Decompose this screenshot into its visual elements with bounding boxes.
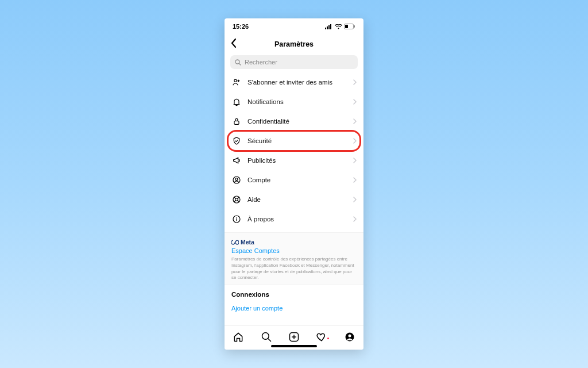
chevron-right-icon xyxy=(353,155,357,166)
row-label: Compte xyxy=(247,177,353,183)
meta-logo: Meta xyxy=(231,239,357,246)
search-icon xyxy=(235,59,241,66)
svg-rect-3 xyxy=(330,24,331,29)
chevron-right-icon xyxy=(353,97,357,107)
nav-bar: Paramètres xyxy=(225,34,363,54)
meta-infinity-icon xyxy=(231,240,239,245)
row-label: Confidentialité xyxy=(247,118,353,125)
back-button[interactable] xyxy=(230,38,237,51)
svg-line-19 xyxy=(268,338,270,341)
user-plus-icon xyxy=(231,78,242,87)
profile-avatar-icon xyxy=(344,331,355,343)
row-label: À propos xyxy=(247,216,353,223)
row-label: Aide xyxy=(247,196,353,203)
row-about[interactable]: À propos xyxy=(225,209,363,229)
tab-search[interactable] xyxy=(261,331,272,345)
meta-brand-text: Meta xyxy=(241,239,254,246)
connexions-header: Connexions xyxy=(231,291,357,298)
settings-list: S'abonner et inviter des amis Notificati… xyxy=(225,72,363,325)
info-icon xyxy=(231,214,242,224)
user-circle-icon xyxy=(231,175,242,185)
bell-icon xyxy=(231,97,242,106)
row-label: Notifications xyxy=(247,98,353,105)
svg-point-24 xyxy=(348,334,351,337)
svg-rect-1 xyxy=(327,26,328,29)
chevron-right-icon xyxy=(353,194,357,205)
lock-icon xyxy=(231,117,242,126)
search-field[interactable]: Rechercher xyxy=(230,55,358,69)
svg-rect-0 xyxy=(325,28,326,29)
status-time: 15:26 xyxy=(233,23,249,30)
tab-home[interactable] xyxy=(233,331,244,345)
svg-rect-5 xyxy=(345,25,348,28)
chevron-right-icon xyxy=(353,136,357,146)
megaphone-icon xyxy=(231,156,242,165)
svg-point-9 xyxy=(234,79,237,82)
row-account[interactable]: Compte xyxy=(225,170,363,190)
chevron-right-icon xyxy=(353,175,357,185)
page-title: Paramètres xyxy=(274,40,314,48)
bottom-tab-bar xyxy=(225,325,363,350)
heart-icon xyxy=(316,331,327,343)
status-bar: 15:26 xyxy=(225,18,363,34)
tab-new-post[interactable] xyxy=(288,331,300,345)
tab-profile[interactable] xyxy=(344,331,355,345)
add-account-link[interactable]: Ajouter un compte xyxy=(231,305,357,312)
svg-point-14 xyxy=(235,198,238,201)
row-label: Publicités xyxy=(247,157,353,164)
home-icon xyxy=(233,331,244,343)
svg-point-17 xyxy=(236,217,237,218)
row-label: S'abonner et inviter des amis xyxy=(247,79,353,86)
svg-rect-10 xyxy=(234,121,239,124)
svg-rect-6 xyxy=(354,25,355,28)
lifebuoy-icon xyxy=(231,195,242,204)
row-invite-friends[interactable]: S'abonner et inviter des amis xyxy=(225,72,363,92)
search-icon xyxy=(261,331,272,343)
chevron-right-icon xyxy=(353,214,357,224)
wifi-icon xyxy=(335,24,342,29)
svg-line-8 xyxy=(239,63,241,65)
meta-accounts-center: Meta Espace Comptes Paramètres de contrô… xyxy=(225,232,363,285)
row-ads[interactable]: Publicités xyxy=(225,151,363,170)
accounts-center-description: Paramètres de contrôle des expériences p… xyxy=(231,256,357,281)
status-indicators xyxy=(325,24,355,29)
chevron-left-icon xyxy=(230,38,237,48)
svg-rect-2 xyxy=(328,25,330,29)
row-privacy[interactable]: Confidentialité xyxy=(225,112,363,131)
battery-icon xyxy=(344,24,355,29)
chevron-right-icon xyxy=(353,116,357,126)
cellular-icon xyxy=(325,24,333,29)
row-security[interactable]: Sécurité xyxy=(225,131,363,151)
activity-dot-indicator xyxy=(327,338,329,339)
row-help[interactable]: Aide xyxy=(225,190,363,209)
tab-activity[interactable] xyxy=(316,331,327,345)
row-notifications[interactable]: Notifications xyxy=(225,92,363,112)
phone-frame: 15:26 Paramètres Rechercher S'abonner et… xyxy=(225,18,363,350)
home-indicator xyxy=(271,345,317,347)
search-placeholder: Rechercher xyxy=(245,59,277,66)
accounts-center-link[interactable]: Espace Comptes xyxy=(231,247,357,254)
plus-square-icon xyxy=(288,331,300,343)
svg-point-12 xyxy=(235,178,238,181)
shield-check-icon xyxy=(231,136,242,145)
row-label: Sécurité xyxy=(247,137,353,144)
connexions-section: Connexions Ajouter un compte xyxy=(225,285,363,312)
chevron-right-icon xyxy=(353,77,357,87)
